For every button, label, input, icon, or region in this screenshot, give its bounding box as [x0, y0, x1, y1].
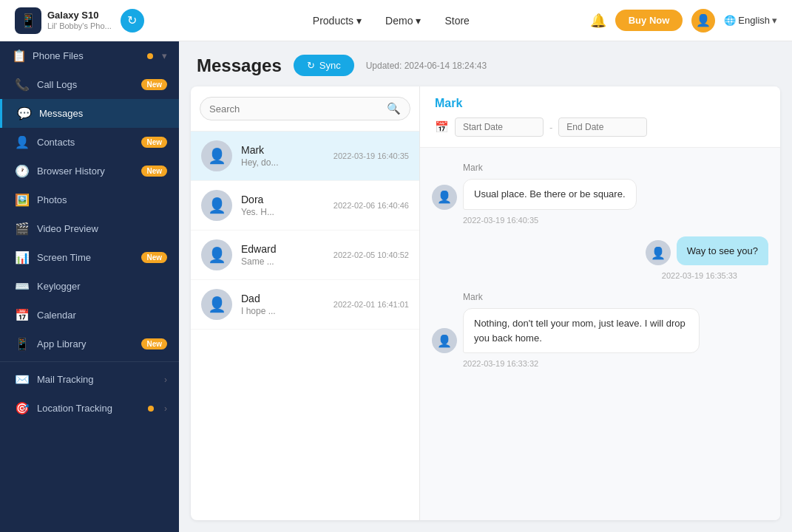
screen-time-new-badge: New	[141, 252, 167, 263]
sidebar-item-video-preview[interactable]: 🎬 Video Preview	[0, 214, 179, 243]
location-tracking-arrow-icon: ›	[164, 403, 167, 414]
sidebar-item-label: Keylogger	[37, 281, 167, 292]
search-input[interactable]	[209, 103, 381, 115]
device-user: Lil' Bobby's Pho...	[47, 21, 112, 31]
sidebar-item-call-logs[interactable]: 📞 Call Logs New	[0, 70, 179, 99]
sidebar-item-photos[interactable]: 🖼️ Photos	[0, 185, 179, 214]
browser-history-icon: 🕐	[15, 164, 30, 178]
sidebar-item-location-tracking[interactable]: 🎯 Location Tracking ›	[0, 394, 179, 423]
conv-meta: 2022-02-01 16:41:01	[334, 300, 409, 309]
location-tracking-dot	[148, 406, 154, 412]
top-navigation: 📱 Galaxy S10 Lil' Bobby's Pho... ↻ Produ…	[0, 0, 792, 41]
message-time: 2022-03-19 16:35:33	[432, 271, 737, 280]
sidebar: 📋 Phone Files ▾ 📞 Call Logs New 💬 Messag…	[0, 41, 179, 532]
sidebar-item-browser-history[interactable]: 🕐 Browser History New	[0, 157, 179, 185]
message-bubble: Way to see you?	[677, 236, 768, 266]
message-time: 2022-03-19 16:40:35	[463, 216, 768, 225]
call-logs-new-badge: New	[141, 79, 167, 90]
sidebar-item-mail-tracking[interactable]: ✉️ Mail Tracking ›	[0, 365, 179, 394]
sidebar-item-messages[interactable]: 💬 Messages	[0, 99, 179, 128]
sidebar-item-screen-time[interactable]: 📊 Screen Time New	[0, 243, 179, 272]
messages-panel: 🔍 👤 Mark Hey, do... 2022-03-19 16:40:35	[191, 86, 780, 520]
sidebar-item-label: Contacts	[37, 137, 134, 148]
message-sender: Mark	[463, 163, 768, 173]
store-nav[interactable]: Store	[444, 15, 469, 27]
conv-info: Dora Yes. H...	[241, 194, 325, 217]
sidebar-item-label: App Library	[37, 338, 134, 349]
video-preview-icon: 🎬	[15, 222, 30, 236]
chevron-down-icon: ▾	[356, 15, 362, 27]
conv-time: 2022-02-05 10:40:52	[334, 250, 409, 259]
conv-time: 2022-02-06 16:40:46	[334, 201, 409, 210]
content-area: Messages ↻ Sync Updated: 2024-06-14 18:2…	[179, 41, 792, 532]
sidebar-item-keylogger[interactable]: ⌨️ Keylogger	[0, 272, 179, 301]
notification-bell-icon[interactable]: 🔔	[590, 13, 606, 29]
sidebar-item-contacts[interactable]: 👤 Contacts New	[0, 128, 179, 157]
avatar: 👤	[646, 240, 671, 265]
conv-name: Edward	[241, 243, 325, 255]
date-separator: -	[549, 122, 552, 133]
device-info: Galaxy S10 Lil' Bobby's Pho...	[47, 10, 112, 31]
start-date-input[interactable]	[455, 117, 544, 137]
contacts-icon: 👤	[15, 135, 30, 149]
message-row: 👤 Usual place. Be there or be square.	[432, 179, 768, 210]
calendar-icon: 📅	[15, 308, 30, 322]
chat-view: Mark 📅 - Mark 👤 Usual	[420, 86, 780, 520]
conv-info: Dad I hope ...	[241, 293, 325, 316]
sidebar-item-app-library[interactable]: 📱 App Library New	[0, 330, 179, 358]
keylogger-icon: ⌨️	[15, 279, 30, 293]
conv-preview: Yes. H...	[241, 207, 325, 217]
sidebar-item-label: Calendar	[37, 310, 167, 321]
conversation-item-edward[interactable]: 👤 Edward Same ... 2022-02-05 10:40:52	[191, 231, 419, 280]
phone-files-icon: 📋	[12, 49, 27, 63]
conversation-item-mark[interactable]: 👤 Mark Hey, do... 2022-03-19 16:40:35	[191, 132, 419, 181]
sidebar-item-label: Location Tracking	[37, 403, 141, 414]
message-time: 2022-03-19 16:33:32	[463, 359, 768, 368]
date-filter: 📅 -	[435, 117, 765, 137]
calendar-filter-icon: 📅	[435, 120, 449, 134]
conv-name: Mark	[241, 144, 325, 156]
sidebar-item-calendar[interactable]: 📅 Calendar	[0, 301, 179, 330]
screen-time-icon: 📊	[15, 250, 30, 265]
location-tracking-icon: 🎯	[15, 401, 30, 415]
updated-timestamp: Updated: 2024-06-14 18:24:43	[366, 61, 487, 71]
sync-icon: ↻	[307, 60, 315, 71]
end-date-input[interactable]	[558, 117, 647, 137]
search-icon[interactable]: 🔍	[387, 102, 401, 115]
message-sender: Mark	[463, 292, 768, 302]
conv-info: Mark Hey, do...	[241, 144, 325, 168]
conv-preview: Hey, do...	[241, 157, 325, 168]
sidebar-item-label: Screen Time	[37, 252, 134, 263]
contacts-new-badge: New	[141, 137, 167, 148]
nav-actions: 🔔 Buy Now 👤 🌐 English ▾	[590, 9, 777, 33]
page-title: Messages	[197, 55, 282, 76]
chat-contact-name: Mark	[435, 97, 765, 110]
search-bar: 🔍	[191, 86, 419, 132]
user-avatar-icon[interactable]: 👤	[691, 9, 715, 33]
conv-preview: Same ...	[241, 256, 325, 267]
device-name: Galaxy S10	[47, 10, 112, 21]
conversation-list: 🔍 👤 Mark Hey, do... 2022-03-19 16:40:35	[191, 86, 420, 520]
language-selector[interactable]: 🌐 English ▾	[724, 15, 777, 26]
buy-now-button[interactable]: Buy Now	[615, 10, 683, 31]
avatar: 👤	[201, 190, 232, 221]
conv-meta: 2022-02-05 10:40:52	[334, 250, 409, 259]
mail-tracking-arrow-icon: ›	[164, 375, 167, 385]
conv-name: Dad	[241, 293, 325, 304]
photos-icon: 🖼️	[15, 193, 30, 207]
avatar: 👤	[201, 239, 232, 270]
chat-header: Mark 📅 -	[420, 86, 780, 148]
avatar: 👤	[432, 185, 457, 210]
browser-new-badge: New	[141, 166, 167, 177]
messages-icon: 💬	[17, 106, 32, 120]
message-group-1: Mark 👤 Usual place. Be there or be squar…	[432, 163, 768, 225]
phone-files-header[interactable]: 📋 Phone Files ▾	[0, 41, 179, 70]
sync-top-icon[interactable]: ↻	[121, 9, 144, 33]
products-nav[interactable]: Products ▾	[313, 15, 362, 27]
avatar: 👤	[201, 289, 232, 320]
sidebar-scroll: 📞 Call Logs New 💬 Messages 👤 Contacts Ne…	[0, 70, 179, 532]
conversation-item-dora[interactable]: 👤 Dora Yes. H... 2022-02-06 16:40:46	[191, 181, 419, 231]
sync-button[interactable]: ↻ Sync	[294, 55, 354, 76]
conversation-item-dad[interactable]: 👤 Dad I hope ... 2022-02-01 16:41:01	[191, 280, 419, 330]
demo-nav[interactable]: Demo ▾	[385, 15, 421, 27]
